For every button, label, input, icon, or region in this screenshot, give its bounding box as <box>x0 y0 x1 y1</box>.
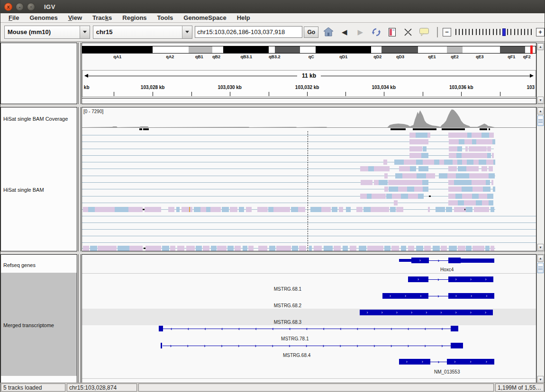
transcript[interactable]: ‹‹‹‹‹‹‹‹‹‹‹‹‹‹‹‹‹ <box>82 325 536 332</box>
read-segment[interactable] <box>389 187 398 192</box>
read-segment[interactable] <box>467 160 473 165</box>
read-segment[interactable] <box>83 207 88 212</box>
read-row[interactable] <box>82 173 536 178</box>
mismatch-mark[interactable] <box>429 196 431 197</box>
ideogram-band-qE2[interactable] <box>447 46 463 53</box>
read-segment[interactable] <box>383 160 387 165</box>
read-segment[interactable] <box>299 246 306 251</box>
read-segment[interactable] <box>360 166 368 171</box>
read-row[interactable] <box>82 220 536 225</box>
read-segment[interactable] <box>493 160 495 165</box>
read-segment[interactable] <box>409 146 423 151</box>
read-segment[interactable] <box>411 180 422 185</box>
read-segment[interactable] <box>489 166 493 171</box>
read-segment[interactable] <box>487 153 491 158</box>
go-button[interactable]: Go <box>304 27 318 38</box>
read-segment[interactable] <box>273 207 290 212</box>
read-segment[interactable] <box>248 246 254 251</box>
read-segment[interactable] <box>391 246 399 251</box>
read-segment[interactable] <box>439 160 444 165</box>
read-segment[interactable] <box>423 187 428 192</box>
read-segment[interactable] <box>390 207 396 212</box>
exon-block[interactable]: ›› <box>399 359 430 365</box>
read-row[interactable] <box>82 146 536 151</box>
read-segment[interactable] <box>396 207 403 212</box>
read-row[interactable] <box>82 246 536 251</box>
read-segment[interactable] <box>466 166 479 171</box>
ideogram-band-qD1[interactable] <box>316 46 371 53</box>
ideogram-band-qA1[interactable] <box>82 46 153 53</box>
read-segment[interactable] <box>339 207 343 212</box>
read-segment[interactable] <box>444 160 453 165</box>
mismatch-mark[interactable] <box>464 209 466 210</box>
read-segment[interactable] <box>490 246 494 251</box>
read-segment[interactable] <box>417 173 426 178</box>
read-segment[interactable] <box>276 246 291 251</box>
intron-line[interactable]: › <box>428 276 448 282</box>
read-segment[interactable] <box>428 207 430 212</box>
read-segment[interactable] <box>448 180 454 185</box>
transcript[interactable]: ››››››››››››››››› <box>82 342 536 349</box>
transcript[interactable]: ›› <box>82 257 536 264</box>
scroll-down-icon[interactable]: ▼ <box>537 244 544 251</box>
read-segment[interactable] <box>447 173 456 178</box>
read-segment[interactable] <box>310 207 321 212</box>
ideogram-band-qF1[interactable] <box>500 46 525 53</box>
read-segment[interactable] <box>176 207 180 212</box>
read-segment[interactable] <box>395 173 402 178</box>
read-segment[interactable] <box>410 166 416 171</box>
ideogram-band-qF2[interactable] <box>525 46 530 53</box>
ruler[interactable]: 11 kb kb103,028 kb103,030 kb103,032 kb10… <box>82 70 536 97</box>
read-segment[interactable] <box>482 200 489 205</box>
read-segment[interactable] <box>433 246 440 251</box>
read-segment[interactable] <box>384 246 391 251</box>
intron-line[interactable]: ››››››››››››››››› <box>163 343 451 348</box>
read-segment[interactable] <box>118 246 129 251</box>
read-segment[interactable] <box>458 166 466 171</box>
read-segment[interactable] <box>427 133 430 138</box>
read-segment[interactable] <box>441 246 447 251</box>
read-segment[interactable] <box>448 187 462 192</box>
read-segment[interactable] <box>457 146 462 151</box>
read-segment[interactable] <box>487 194 493 199</box>
read-segment[interactable] <box>409 153 421 158</box>
read-segment[interactable] <box>235 246 241 251</box>
chromosome-select[interactable]: chr15 <box>93 26 192 39</box>
read-segment[interactable] <box>404 160 416 165</box>
read-segment[interactable] <box>401 246 406 251</box>
read-segment[interactable] <box>487 146 491 151</box>
read-segment[interactable] <box>298 207 305 212</box>
exon-block[interactable]: ››› <box>447 359 494 365</box>
read-segment[interactable] <box>332 207 337 212</box>
read-segment[interactable] <box>182 207 192 212</box>
read-segment[interactable] <box>408 246 414 251</box>
read-segment[interactable] <box>360 194 366 199</box>
read-segment[interactable] <box>472 194 479 199</box>
read-row[interactable] <box>82 187 536 192</box>
read-segment[interactable] <box>222 207 229 212</box>
read-row[interactable] <box>82 214 536 219</box>
read-segment[interactable] <box>489 173 494 178</box>
refresh-button[interactable] <box>370 26 382 38</box>
read-segment[interactable] <box>334 246 341 251</box>
read-segment[interactable] <box>367 194 372 199</box>
ideogram-band-qD3[interactable] <box>382 46 418 53</box>
read-segment[interactable] <box>457 160 462 165</box>
read-segment[interactable] <box>472 133 481 138</box>
read-segment[interactable] <box>469 146 486 151</box>
read-segment[interactable] <box>386 194 392 199</box>
exon-block[interactable]: ››››››››› <box>360 310 493 315</box>
read-segment[interactable] <box>426 173 435 178</box>
ideogram-band[interactable] <box>269 46 275 53</box>
read-segment[interactable] <box>486 160 493 165</box>
read-segment[interactable] <box>177 246 184 251</box>
read-row[interactable] <box>82 160 536 165</box>
read-segment[interactable] <box>186 246 194 251</box>
read-segment[interactable] <box>95 207 115 212</box>
read-segment[interactable] <box>246 207 252 212</box>
read-segment[interactable] <box>434 160 439 165</box>
read-segment[interactable] <box>343 246 348 251</box>
tooltip-button[interactable] <box>418 26 430 38</box>
read-row[interactable] <box>82 207 536 212</box>
read-segment[interactable] <box>449 139 459 144</box>
